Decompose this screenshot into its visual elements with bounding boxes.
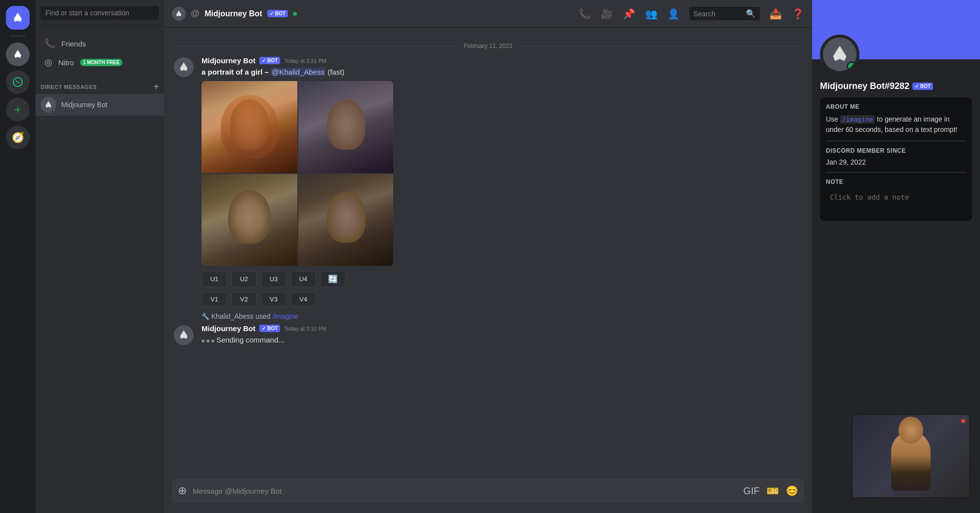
add-member-icon[interactable]: 👥 (645, 8, 657, 20)
dm-header-label: DIRECT MESSAGES (41, 84, 97, 90)
dm-search-input[interactable] (41, 6, 159, 20)
sidebar-divider (10, 36, 26, 37)
chat-search-input[interactable] (694, 10, 743, 18)
video-icon[interactable]: 🎥 (601, 8, 613, 20)
sending-dots (202, 340, 214, 342)
note-input[interactable] (826, 189, 966, 213)
chat-header-avatar (172, 7, 186, 21)
chat-messages: February 11, 2023 Midjourney Bot ✓ BOT T… (164, 28, 812, 478)
chat-header-icons: 📞 🎥 📌 👥 👤 🔍 📥 ❓ (578, 7, 804, 20)
profile-online-indicator (847, 61, 857, 71)
help-icon[interactable]: ❓ (792, 8, 804, 20)
action-btn-refresh[interactable]: 🔄 (320, 271, 346, 287)
dot-2 (206, 340, 209, 342)
profile-divider-2 (826, 172, 966, 172)
inbox-icon[interactable]: 📥 (770, 8, 782, 20)
message-mention: @Khalid_Abess (271, 68, 326, 76)
sidebar-item-server1[interactable] (6, 43, 30, 66)
dm-add-button[interactable]: + (154, 82, 159, 92)
profile-name-row: Midjourney Bot#9282 ✓ BOT (820, 81, 972, 91)
midjourney-bot-name: Midjourney Bot (61, 101, 107, 109)
dm-search-bar (36, 0, 164, 26)
nitro-badge: 1 MONTH FREE (80, 59, 122, 66)
offline-status-dot (52, 108, 56, 113)
search-icon: 🔍 (746, 9, 756, 18)
action-btn-v3[interactable]: V3 (261, 292, 286, 306)
sidebar-item-explore[interactable]: 🧭 (6, 126, 30, 149)
input-icons: GIF 🎫 😊 (743, 485, 798, 497)
portrait-image-3[interactable] (202, 174, 297, 266)
chat-header-name: Midjourney Bot (204, 9, 262, 18)
message-avatar-2 (174, 325, 194, 345)
message-content-1: Midjourney Bot ✓ BOT Today at 3:31 PM a … (202, 56, 802, 306)
call-icon[interactable]: 📞 (578, 8, 591, 20)
action-btn-u4[interactable]: U4 (290, 271, 316, 287)
message-bot-badge-2: ✓ BOT (259, 325, 280, 332)
profile-bot-badge: ✓ BOT (912, 83, 933, 90)
action-buttons-row2: V1 V2 V3 V4 (202, 292, 802, 306)
chat-input-box: ⊕ GIF 🎫 😊 (172, 478, 804, 503)
action-btn-v1[interactable]: V1 (202, 292, 227, 306)
gif-icon[interactable]: GIF (743, 485, 760, 497)
dm-friends-item[interactable]: 📞 Friends (40, 34, 160, 53)
message-group-1: Midjourney Bot ✓ BOT Today at 3:31 PM a … (164, 54, 812, 308)
action-btn-v2[interactable]: V2 (231, 292, 257, 306)
message-group-2: Midjourney Bot ✓ BOT Today at 3:32 PM Se… (164, 322, 812, 347)
date-divider-text: February 11, 2023 (464, 43, 512, 49)
profile-avatar-large (820, 35, 859, 74)
dm-section: 📞 Friends ◎ Nitro 1 MONTH FREE (36, 26, 164, 74)
action-btn-v4[interactable]: V4 (290, 292, 316, 306)
about-text-pre: Use (826, 115, 840, 123)
dm-nitro-item[interactable]: ◎ Nitro 1 MONTH FREE (40, 53, 160, 72)
icon-sidebar: + 🧭 (0, 0, 36, 513)
chat-search-box[interactable]: 🔍 (690, 7, 760, 20)
dm-nitro-label: Nitro (58, 58, 74, 67)
action-btn-u3[interactable]: U3 (261, 271, 286, 287)
member-since-date: Jan 29, 2022 (826, 158, 966, 166)
sticker-icon[interactable]: 🎫 (767, 485, 779, 497)
chat-header-bot-badge: ✓ BOT (267, 10, 288, 17)
dm-friends-label: Friends (61, 40, 86, 48)
slash-command-notice: 🔧 Khalid_Abess used /imagine (164, 310, 812, 322)
profile-card: ABOUT ME Use /imagine to generate an ima… (820, 97, 972, 221)
profile-username: Midjourney Bot#9282 (820, 81, 909, 91)
action-btn-u1[interactable]: U1 (202, 271, 227, 287)
portrait-image-1[interactable] (202, 81, 297, 173)
sidebar-item-home[interactable] (6, 6, 30, 30)
sidebar-item-add-server[interactable]: + (6, 98, 30, 122)
message-timestamp-1: Today at 3:31 PM (284, 58, 327, 64)
date-divider: February 11, 2023 (164, 38, 812, 54)
profile-info: Midjourney Bot#9282 ✓ BOT ABOUT ME Use /… (812, 59, 980, 229)
chat-text-input[interactable] (193, 481, 737, 501)
message-avatar-1 (174, 57, 194, 77)
message-author-1: Midjourney Bot (202, 56, 255, 65)
pin-icon[interactable]: 📌 (623, 8, 635, 20)
dot-1 (202, 340, 204, 342)
portrait-image-4[interactable] (298, 174, 393, 266)
about-me-title: ABOUT ME (826, 103, 966, 110)
video-thumbnail (852, 414, 970, 498)
message-text-1: a portrait of a girl – @Khalid_Abess (fa… (202, 67, 802, 77)
sidebar-item-chatgpt[interactable] (6, 70, 30, 94)
profile-divider-1 (826, 141, 966, 141)
dm-user-item-midjourney[interactable]: Midjourney Bot (36, 94, 164, 116)
dot-3 (211, 340, 214, 342)
image-grid (202, 81, 393, 266)
sending-text: Sending command... (216, 336, 285, 344)
message-timestamp-2: Today at 3:32 PM (284, 326, 327, 332)
message-bot-badge-1: ✓ BOT (259, 57, 280, 64)
midjourney-bot-avatar (41, 97, 56, 113)
chat-header: @ Midjourney Bot ✓ BOT 📞 🎥 📌 👥 👤 🔍 📥 ❓ (164, 0, 812, 28)
input-add-button[interactable]: ⊕ (178, 478, 187, 503)
action-btn-u2[interactable]: U2 (231, 271, 257, 287)
message-author-2: Midjourney Bot (202, 324, 255, 333)
about-code-mention: /imagine (840, 115, 875, 124)
members-icon[interactable]: 👤 (667, 8, 680, 20)
action-buttons-row1: U1 U2 U3 U4 🔄 (202, 271, 802, 287)
emoji-icon[interactable]: 😊 (786, 485, 798, 497)
profile-banner (812, 0, 980, 59)
main-chat: @ Midjourney Bot ✓ BOT 📞 🎥 📌 👥 👤 🔍 📥 ❓ (164, 0, 812, 513)
message-content-2: Midjourney Bot ✓ BOT Today at 3:32 PM Se… (202, 324, 802, 345)
message-header-1: Midjourney Bot ✓ BOT Today at 3:31 PM (202, 56, 802, 65)
portrait-image-2[interactable] (298, 81, 393, 173)
